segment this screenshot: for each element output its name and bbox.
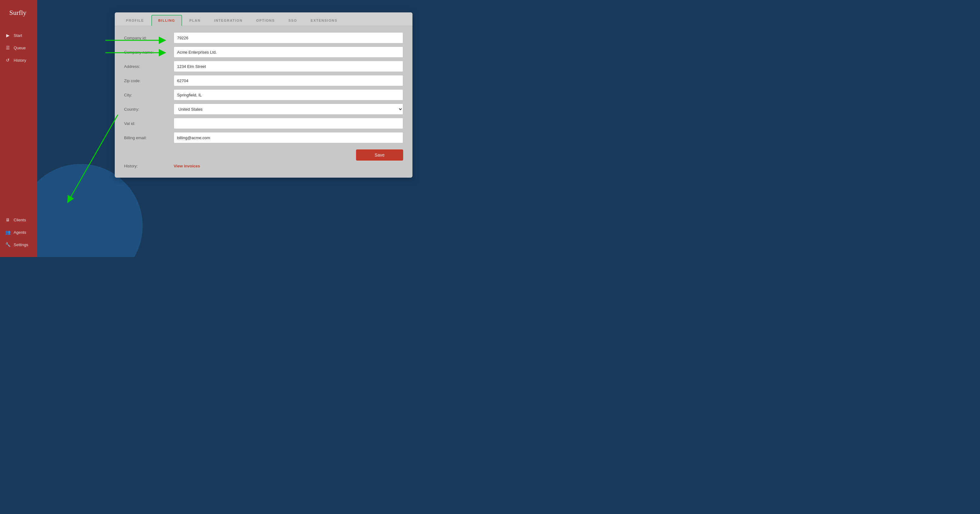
billing-email-input[interactable] xyxy=(174,132,403,143)
zip-input[interactable] xyxy=(174,75,403,86)
tab-sso[interactable]: SSO xyxy=(282,16,303,25)
sidebar-item-queue[interactable]: ☰ Queue xyxy=(0,41,37,54)
history-label: History: xyxy=(124,164,174,168)
vat-row: Vat id: xyxy=(124,118,403,129)
save-row: Save xyxy=(124,149,403,160)
queue-icon: ☰ xyxy=(5,45,11,50)
tabs-container: PROFILE BILLING PLAN INTEGRATION OPTIONS… xyxy=(115,13,412,26)
sidebar-item-start[interactable]: ▶ Start xyxy=(0,29,37,41)
view-invoices-link[interactable]: View invoices xyxy=(174,164,200,168)
sidebar: Surfly ▶ Start ☰ Queue ↺ History 🖥 Clien… xyxy=(0,0,37,257)
sidebar-nav: ▶ Start ☰ Queue ↺ History xyxy=(0,29,37,67)
agents-icon: 👥 xyxy=(5,230,11,235)
sidebar-item-label: History xyxy=(14,58,26,63)
bg-decoration xyxy=(37,164,143,257)
tab-options[interactable]: OPTIONS xyxy=(250,16,281,25)
billing-email-row: Billing email: xyxy=(124,132,403,143)
main-content: PROFILE BILLING PLAN INTEGRATION OPTIONS… xyxy=(37,0,490,257)
zip-label: Zip code: xyxy=(124,78,174,83)
sidebar-bottom: 🖥 Clients 👥 Agents 🔧 Settings xyxy=(0,214,37,257)
company-name-row: Company name: xyxy=(124,46,403,58)
tab-billing[interactable]: BILLING xyxy=(151,15,182,26)
start-icon: ▶ xyxy=(5,33,11,38)
tab-plan[interactable]: PLAN xyxy=(183,16,207,25)
save-button[interactable]: Save xyxy=(356,149,403,160)
company-name-label: Company name: xyxy=(124,50,174,55)
history-row: History: View invoices xyxy=(124,164,403,168)
city-input[interactable] xyxy=(174,89,403,100)
sidebar-item-label: Agents xyxy=(14,230,26,235)
address-row: Address: xyxy=(124,61,403,72)
vat-label: Vat id: xyxy=(124,121,174,126)
country-label: Country: xyxy=(124,107,174,112)
tab-integration[interactable]: INTEGRATION xyxy=(208,16,249,25)
sidebar-item-clients[interactable]: 🖥 Clients xyxy=(0,214,37,226)
settings-icon: 🔧 xyxy=(5,242,11,247)
country-row: Country: United States Canada United Kin… xyxy=(124,103,403,115)
city-row: City: xyxy=(124,89,403,100)
logo: Surfly xyxy=(5,3,33,23)
sidebar-item-label: Queue xyxy=(14,46,26,50)
company-id-label: Company id: xyxy=(124,36,174,40)
clients-icon: 🖥 xyxy=(5,217,11,222)
sidebar-item-history[interactable]: ↺ History xyxy=(0,54,37,67)
vat-input[interactable] xyxy=(174,118,403,129)
company-id-input[interactable] xyxy=(174,32,403,43)
sidebar-item-label: Start xyxy=(14,33,22,38)
city-label: City: xyxy=(124,93,174,97)
sidebar-item-label: Settings xyxy=(14,243,28,247)
billing-form: Company id: Company name: Address: Zip c… xyxy=(115,26,412,178)
country-select[interactable]: United States Canada United Kingdom Germ… xyxy=(174,103,403,115)
address-input[interactable] xyxy=(174,61,403,72)
company-id-row: Company id: xyxy=(124,32,403,43)
sidebar-item-settings[interactable]: 🔧 Settings xyxy=(0,238,37,251)
settings-panel: PROFILE BILLING PLAN INTEGRATION OPTIONS… xyxy=(115,13,412,178)
company-name-input[interactable] xyxy=(174,46,403,58)
tab-profile[interactable]: PROFILE xyxy=(120,16,150,25)
zip-row: Zip code: xyxy=(124,75,403,86)
tab-extensions[interactable]: EXTENSIONS xyxy=(305,16,344,25)
address-label: Address: xyxy=(124,64,174,69)
sidebar-item-agents[interactable]: 👥 Agents xyxy=(0,226,37,238)
sidebar-item-label: Clients xyxy=(14,217,26,222)
history-icon: ↺ xyxy=(5,58,11,63)
svg-text:Surfly: Surfly xyxy=(9,9,26,16)
billing-email-label: Billing email: xyxy=(124,135,174,140)
